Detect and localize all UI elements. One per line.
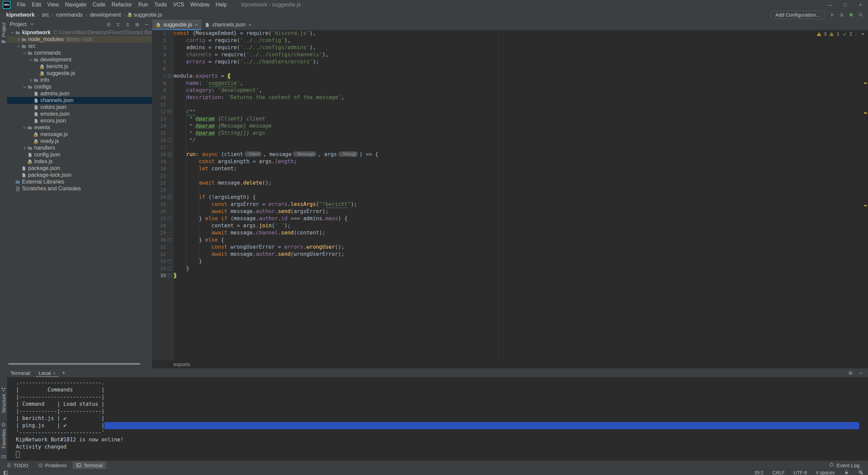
editor-breadcrumb-item[interactable]: exports: [174, 361, 190, 367]
tree-item-package.json[interactable]: {..}package.json: [7, 165, 152, 172]
tree-item-bericht.js[interactable]: JSbericht.js: [7, 63, 152, 70]
writable-indicator-icon[interactable]: [844, 470, 849, 475]
close-button[interactable]: ×: [853, 0, 868, 10]
expand-all-button-icon[interactable]: [115, 22, 121, 27]
tool-window-switcher[interactable]: [3, 470, 8, 475]
close-icon[interactable]: ×: [249, 22, 251, 27]
menu-code[interactable]: Code: [89, 0, 108, 10]
tool-window-button-terminal[interactable]: Terminal: [73, 461, 106, 469]
tree-item-channels.json[interactable]: {..}channels.json: [7, 97, 152, 104]
fold-start-marker[interactable]: −: [168, 74, 171, 78]
hide-terminal-button-icon[interactable]: [858, 370, 863, 376]
tool-window-button-todo[interactable]: TODO: [3, 461, 32, 469]
fold-end-marker[interactable]: ˆ: [168, 138, 171, 142]
tree-item-src[interactable]: src: [7, 43, 152, 50]
menu-navigate[interactable]: Navigate: [62, 0, 89, 10]
previous-problem-button-icon[interactable]: [860, 31, 865, 37]
tree-item-index.js[interactable]: JSindex.js: [7, 158, 152, 165]
close-icon[interactable]: ×: [195, 22, 198, 27]
menu-help[interactable]: Help: [213, 0, 230, 10]
maximize-button[interactable]: □: [837, 0, 853, 10]
tree-item-configs[interactable]: configs: [7, 83, 152, 90]
menu-refactor[interactable]: Refactor: [108, 0, 135, 10]
locate-file-button-icon[interactable]: [106, 22, 111, 27]
fold-end-marker[interactable]: ˆ: [168, 260, 171, 263]
chevron-down-icon[interactable]: [10, 30, 15, 35]
tree-item-colors.json[interactable]: {..}colors.json: [7, 104, 152, 111]
new-terminal-session-button[interactable]: +: [62, 369, 65, 377]
tree-item-suggestie.js[interactable]: JSsuggestie.js: [7, 70, 152, 77]
debug-button-icon[interactable]: [839, 12, 844, 18]
tool-window-switcher-icon[interactable]: [3, 470, 8, 475]
tab-suggestie.js[interactable]: JSsuggestie.js×: [152, 20, 201, 30]
collapse-all-button-icon[interactable]: [125, 22, 130, 27]
tab-channels.json[interactable]: {..}channels.json×: [201, 20, 255, 30]
project-view-dropdown-icon[interactable]: [29, 21, 35, 26]
fold-end-marker[interactable]: ˆ: [168, 217, 171, 221]
tool-button-favorites[interactable]: Favorites: [0, 422, 7, 449]
run-button-icon[interactable]: [829, 12, 835, 18]
chevron-down-icon[interactable]: [29, 21, 35, 28]
project-horizontal-scrollbar[interactable]: [8, 363, 140, 365]
menu-tools[interactable]: Tools: [151, 0, 170, 10]
menu-edit[interactable]: Edit: [29, 0, 44, 10]
chevron-down-icon[interactable]: [22, 84, 27, 90]
tree-item-emotes.json[interactable]: {..}emotes.json: [7, 111, 152, 117]
breadcrumb-item-commands[interactable]: commands: [56, 12, 83, 18]
indent-indicator[interactable]: 4 spaces: [816, 470, 835, 475]
fold-start-marker[interactable]: −: [168, 195, 171, 199]
tree-open-arrow[interactable]: [10, 30, 15, 35]
tree-item-config.json[interactable]: {..}config.json: [7, 151, 152, 158]
tree-open-arrow[interactable]: [22, 125, 27, 130]
tree-item-External Libraries[interactable]: External Libraries: [7, 178, 152, 185]
menu-file[interactable]: File: [14, 0, 29, 10]
menu-run[interactable]: Run: [135, 0, 151, 10]
breadcrumb-item-kipnetwork[interactable]: kipnetwork: [5, 12, 35, 18]
event-log-button[interactable]: Event Log: [829, 462, 860, 469]
tree-item-message.js[interactable]: JSmessage.js: [7, 131, 152, 138]
fold-end-marker[interactable]: ˆ: [168, 274, 171, 278]
terminal-settings-button-icon[interactable]: [848, 370, 853, 376]
tree-item-errors.json[interactable]: {..}errors.json: [7, 117, 152, 124]
code-with-me-button-icon[interactable]: [848, 12, 854, 18]
tree-item-package-lock.json[interactable]: {..}package-lock.json: [7, 172, 152, 178]
tool-window-button-problems[interactable]: Problems: [34, 461, 70, 469]
tree-item-handlers[interactable]: handlers: [7, 145, 152, 151]
tree-item-Scratches and Consoles[interactable]: Scratches and Consoles: [7, 185, 152, 192]
breadcrumb-item-suggestie.js[interactable]: suggestie.js: [133, 12, 163, 18]
breadcrumb-item-src[interactable]: src: [41, 12, 49, 18]
tool-button-project[interactable]: Project: [0, 22, 7, 44]
tree-closed-arrow[interactable]: [28, 78, 33, 83]
chevron-right-icon[interactable]: [16, 37, 21, 42]
tree-closed-arrow[interactable]: [22, 146, 27, 151]
fold-end-marker[interactable]: ˆ: [168, 238, 171, 242]
search-everywhere-button-icon[interactable]: [858, 12, 863, 18]
menu-window[interactable]: Window: [187, 0, 213, 10]
menu-vcs[interactable]: VCS: [170, 0, 187, 10]
inspection-widget[interactable]: 312: [816, 31, 868, 37]
line-ending-indicator[interactable]: CRLF: [772, 470, 785, 475]
caret-position[interactable]: 35:2: [754, 470, 763, 475]
breadcrumb-item-development[interactable]: development: [89, 12, 122, 18]
close-icon[interactable]: ×: [53, 370, 56, 376]
chevron-right-icon[interactable]: [28, 77, 34, 83]
tree-item-info[interactable]: info: [7, 77, 152, 83]
tree-item-commands[interactable]: commands: [7, 50, 152, 56]
tree-closed-arrow[interactable]: [16, 37, 21, 42]
tree-open-arrow[interactable]: [28, 57, 33, 62]
highlighting-level-icon[interactable]: [858, 470, 863, 475]
fold-end-marker[interactable]: ˆ: [168, 267, 171, 270]
menu-view[interactable]: View: [44, 0, 62, 10]
warning-stripe-mark[interactable]: [864, 82, 867, 84]
tree-item-events[interactable]: events: [7, 124, 152, 131]
tree-open-arrow[interactable]: [22, 51, 27, 56]
tree-item-node_modules[interactable]: node_moduleslibrary root: [7, 36, 152, 43]
chevron-down-icon[interactable]: [28, 57, 34, 62]
warning-stripe-mark[interactable]: [864, 205, 867, 206]
hide-panel-button-icon[interactable]: [144, 22, 149, 27]
settings-button-icon[interactable]: [134, 22, 140, 27]
tree-open-arrow[interactable]: [22, 84, 27, 90]
tree-item-ready.js[interactable]: JSready.js: [7, 138, 152, 145]
tree-item-admins.json[interactable]: {..}admins.json: [7, 90, 152, 97]
fold-start-marker[interactable]: −: [168, 110, 171, 114]
